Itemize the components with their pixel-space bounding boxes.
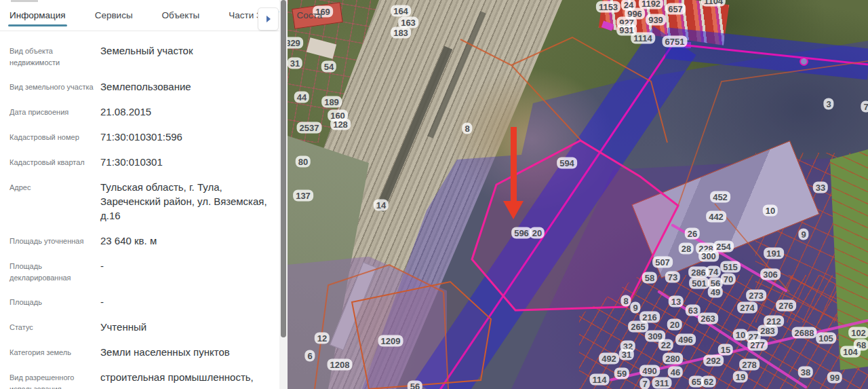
parcel-label-1209[interactable]: 1209 bbox=[378, 335, 403, 347]
field-value: 71:30:010301:596 bbox=[100, 130, 270, 144]
parcel-label-278[interactable]: 278 bbox=[739, 359, 760, 371]
parcel-label-452[interactable]: 452 bbox=[710, 191, 730, 203]
parcel-label-280[interactable]: 280 bbox=[663, 353, 683, 365]
parcel-label-1114[interactable]: 1114 bbox=[631, 33, 655, 44]
field-value: 71:30:010301 bbox=[100, 155, 270, 169]
parcel-label-276[interactable]: 276 bbox=[776, 300, 796, 312]
parcel-label-442[interactable]: 442 bbox=[706, 211, 726, 223]
parcel-label-939[interactable]: 939 bbox=[646, 14, 666, 26]
tab-2[interactable]: Сервисы bbox=[95, 0, 133, 31]
tab-5[interactable]: Соста bbox=[297, 0, 323, 31]
parcel-label-273[interactable]: 273 bbox=[746, 290, 766, 301]
parcel-label-70[interactable]: 70 bbox=[721, 274, 736, 285]
tab-3[interactable]: Объекты bbox=[162, 0, 200, 31]
parcel-label-74[interactable]: 74 bbox=[706, 266, 721, 278]
parcel-label-22[interactable]: 22 bbox=[658, 339, 673, 351]
parcel-label-507[interactable]: 507 bbox=[652, 257, 673, 268]
parcel-label-54[interactable]: 54 bbox=[321, 61, 336, 73]
parcel-label-515[interactable]: 515 bbox=[720, 261, 741, 273]
parcel-label-265[interactable]: 265 bbox=[628, 321, 648, 333]
parcel-label-28[interactable]: 28 bbox=[679, 243, 694, 255]
parcel-label-73[interactable]: 73 bbox=[665, 272, 680, 283]
parcel-label-13[interactable]: 13 bbox=[669, 296, 684, 308]
selected-parcel-arrow-head bbox=[503, 201, 524, 219]
parcel-label-31[interactable]: 31 bbox=[288, 58, 302, 69]
parcel-label-105[interactable]: 105 bbox=[816, 333, 836, 344]
parcel-label-7[interactable]: 7 bbox=[861, 101, 868, 113]
parcel-label-8[interactable]: 8 bbox=[462, 123, 472, 134]
parcel-label-33[interactable]: 33 bbox=[813, 182, 828, 193]
parcel-label-7[interactable]: 7 bbox=[639, 378, 650, 389]
parcel-label-62[interactable]: 62 bbox=[701, 376, 716, 388]
parcel-label-311[interactable]: 311 bbox=[652, 377, 672, 389]
info-field-row: Площадь- bbox=[9, 295, 279, 309]
parcel-label-3[interactable]: 3 bbox=[823, 98, 833, 110]
panel-scrollbar-track bbox=[279, 0, 288, 389]
parcel-label-9[interactable]: 9 bbox=[630, 302, 640, 314]
parcel-label-38[interactable]: 38 bbox=[798, 367, 813, 378]
parcel-label-58[interactable]: 58 bbox=[642, 272, 657, 284]
building-white bbox=[330, 262, 377, 351]
map-viewport[interactable]: 1691641631833293154441891601282537801371… bbox=[288, 0, 868, 389]
parcel-label-594[interactable]: 594 bbox=[557, 158, 577, 169]
parcel-label-263[interactable]: 263 bbox=[698, 313, 718, 325]
parcel-label-114[interactable]: 114 bbox=[590, 374, 610, 386]
tab-1[interactable]: Информация bbox=[9, 0, 66, 31]
parcel-label-1208[interactable]: 1208 bbox=[328, 359, 353, 371]
parcel-label-15[interactable]: 15 bbox=[718, 344, 733, 356]
parcel-label-26[interactable]: 26 bbox=[685, 228, 700, 240]
parcel-label-99[interactable]: 99 bbox=[827, 372, 842, 384]
parcel-label-2537[interactable]: 2537 bbox=[297, 122, 322, 134]
parcel-label-20[interactable]: 20 bbox=[530, 227, 545, 239]
parcel-label-496[interactable]: 496 bbox=[675, 334, 696, 346]
parcel-label-490[interactable]: 490 bbox=[639, 365, 660, 377]
parcel-label-292[interactable]: 292 bbox=[703, 355, 724, 367]
bare-ground-patch bbox=[450, 68, 613, 210]
field-value: Земли населенных пунктов bbox=[100, 345, 270, 359]
info-field-row: Вид разрешенного использованиястроительн… bbox=[9, 370, 279, 389]
parcel-label-9[interactable]: 9 bbox=[798, 229, 808, 240]
parcel-label-10[interactable]: 10 bbox=[763, 205, 778, 217]
parcel-label-56[interactable]: 56 bbox=[408, 381, 422, 389]
parcel-label-59[interactable]: 59 bbox=[614, 368, 629, 379]
parcel-label-128[interactable]: 128 bbox=[330, 119, 351, 130]
field-label: Площадь bbox=[9, 295, 100, 309]
field-label: Статус bbox=[9, 320, 100, 334]
parcel-label-44[interactable]: 44 bbox=[294, 92, 309, 103]
parcel-label-80[interactable]: 80 bbox=[296, 156, 311, 168]
parcel-label-1153[interactable]: 1153 bbox=[596, 1, 620, 13]
parcel-label-137[interactable]: 137 bbox=[293, 190, 313, 202]
parcel-label-6751[interactable]: 6751 bbox=[663, 36, 688, 48]
parcel-label-104[interactable]: 104 bbox=[840, 346, 861, 358]
parcel-label-164[interactable]: 164 bbox=[391, 5, 411, 17]
parcel-label-1104[interactable]: 1104 bbox=[701, 0, 726, 7]
parcel-label-492[interactable]: 492 bbox=[599, 353, 619, 365]
parcel-label-19[interactable]: 19 bbox=[733, 371, 748, 383]
parcel-label-46[interactable]: 46 bbox=[668, 367, 683, 378]
panel-scrollbar-thumb[interactable] bbox=[281, 0, 286, 337]
parcel-label-306[interactable]: 306 bbox=[760, 269, 781, 280]
parcel-label-49[interactable]: 49 bbox=[708, 286, 723, 298]
parcel-label-2688[interactable]: 2688 bbox=[792, 327, 817, 339]
parcel-label-31[interactable]: 31 bbox=[619, 349, 634, 360]
parcel-label-329[interactable]: 329 bbox=[288, 37, 303, 49]
field-value: Тульская область, г. Тула, Зареченский р… bbox=[100, 180, 270, 223]
tabs-scroll-right-button[interactable] bbox=[258, 7, 279, 31]
parcel-label-12[interactable]: 12 bbox=[315, 333, 330, 344]
parcel-label-501[interactable]: 501 bbox=[689, 278, 709, 289]
parcel-label-6[interactable]: 6 bbox=[304, 350, 315, 362]
parcel-label-14[interactable]: 14 bbox=[374, 200, 389, 211]
parcel-label-657[interactable]: 657 bbox=[665, 3, 686, 15]
parcel-label-189[interactable]: 189 bbox=[321, 96, 342, 108]
parcel-label-596[interactable]: 596 bbox=[511, 227, 532, 239]
parcel-label-191[interactable]: 191 bbox=[764, 248, 784, 259]
parcel-label-274[interactable]: 274 bbox=[737, 302, 757, 314]
parcel-label-277[interactable]: 277 bbox=[747, 339, 768, 351]
parcel-label-8[interactable]: 8 bbox=[620, 295, 631, 307]
info-field-row: СтатусУчтенный bbox=[9, 320, 279, 334]
field-label: Кадастровый номер bbox=[9, 130, 100, 144]
parcel-label-300[interactable]: 300 bbox=[698, 251, 719, 262]
parcel-label-20[interactable]: 20 bbox=[667, 319, 682, 331]
parcel-label-102[interactable]: 102 bbox=[848, 327, 868, 339]
parcel-label-183[interactable]: 183 bbox=[391, 27, 411, 39]
